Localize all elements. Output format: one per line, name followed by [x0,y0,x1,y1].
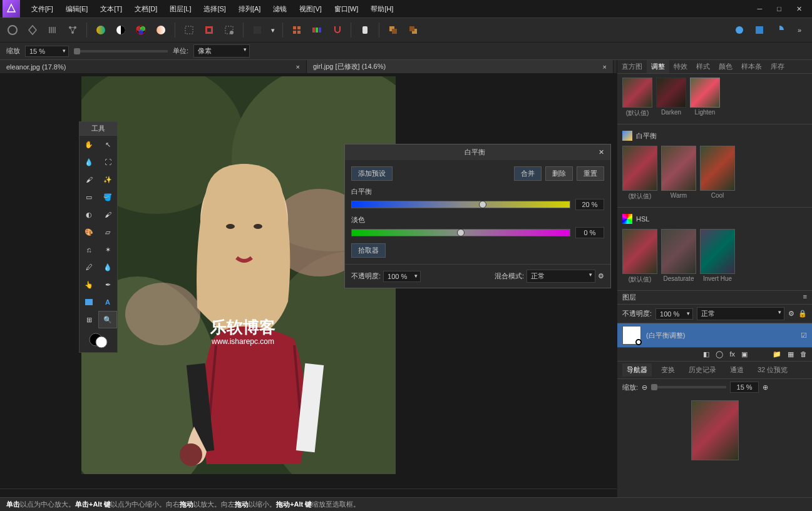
tab-32bit[interactable]: 32 位预览 [753,363,792,377]
layer-visible-checkbox[interactable]: ☑ [801,331,807,340]
gear-icon[interactable]: ⚙ [598,272,604,280]
layer-blend-combo[interactable]: 正常 [697,307,784,320]
hsl-preset-inverthue[interactable]: Invert Hue [700,229,735,284]
minimize-button[interactable]: ─ [750,3,770,15]
zoom-in-icon[interactable]: ⊕ [763,383,768,392]
tab-effects[interactable]: 特效 [669,60,692,73]
crop-tool-icon[interactable]: ⛶ [98,153,117,171]
color-swatch[interactable] [80,328,117,352]
selection-rect-icon[interactable] [180,21,198,39]
menu-edit[interactable]: 编辑[E] [59,2,94,16]
picker-button[interactable]: 拾取器 [351,243,386,258]
add-preset-button[interactable]: 添加预设 [351,166,393,181]
tab-styles[interactable]: 样式 [692,60,714,73]
merge-button[interactable]: 合并 [514,166,542,181]
zoom-out-icon[interactable]: ⊖ [642,383,647,392]
swatches-icon[interactable] [308,21,326,39]
preset-lighten[interactable]: Lighten [690,78,720,118]
delete-button[interactable]: 删除 [545,166,573,181]
zoom-slider[interactable] [74,50,168,53]
persona-liquify-icon[interactable] [24,21,41,39]
menu-document[interactable]: 文档[D] [128,2,163,16]
wb-preset-default[interactable]: (默认值) [622,146,657,201]
shape3-icon[interactable] [771,21,788,39]
wb-slider[interactable] [351,201,570,208]
menu-filter[interactable]: 滤镜 [267,2,293,16]
tab-stock[interactable]: 库存 [766,60,789,73]
smudge-tool-icon[interactable]: 👆 [80,276,98,293]
tab-history[interactable]: 历史记录 [684,363,721,377]
paint-brush-icon[interactable]: 🖌 [98,206,117,223]
move-tool-icon[interactable]: ↖ [98,136,117,153]
tint-slider[interactable] [351,229,570,236]
selection-brush-icon[interactable]: 🖌 [80,171,98,188]
document-tab-2[interactable]: girl.jpg [已修改] (14.6%) × [307,60,614,73]
document-tab-1[interactable]: eleanor.jpg (17.8%) × [0,60,307,73]
lock-icon[interactable]: 🔒 [798,310,807,318]
eyedropper-tool-icon[interactable]: 💧 [80,153,98,171]
wb-preset-warm[interactable]: Warm [661,146,696,201]
auto-wb-icon[interactable] [152,21,170,39]
layer-fx-icon[interactable]: fx [729,350,735,358]
preset-darken[interactable]: Darken [656,78,686,118]
selection-invert-icon[interactable] [200,21,218,39]
selection-refine-icon[interactable] [220,21,238,39]
layer-add-icon[interactable]: ▦ [788,350,794,358]
menu-help[interactable]: 帮助[H] [364,2,399,16]
menu-view[interactable]: 视图[V] [293,2,327,16]
tab-transform[interactable]: 变换 [657,363,679,377]
hsl-preset-desaturate[interactable]: Desaturate [661,229,696,284]
layer-group-icon[interactable]: 📁 [773,350,781,358]
tint-value[interactable]: 0 % [575,227,604,238]
color-replace-icon[interactable]: 🎨 [80,223,98,241]
rectangle-tool-icon[interactable] [80,293,98,311]
layer-opacity-combo[interactable]: 100 % [655,308,693,320]
layer-mask-icon[interactable]: ◯ [716,350,723,358]
grid-icon[interactable] [288,21,306,39]
tab-swatches[interactable]: 样本条 [737,60,766,73]
maximize-button[interactable]: □ [769,3,789,15]
inpaint-tool-icon[interactable]: ✶ [98,241,117,258]
shape1-icon[interactable] [731,21,748,39]
nav-zoom-value[interactable]: 15 % [730,382,759,393]
dropdown-icon[interactable]: ▾ [269,21,277,39]
navigator-thumbnail[interactable] [691,400,739,460]
arrange-front-icon[interactable] [384,21,402,39]
menu-text[interactable]: 文本[T] [94,2,128,16]
dialog-blend-combo[interactable]: 正常 [527,270,595,283]
color-fill-icon[interactable] [249,21,266,39]
close-button[interactable]: ✕ [789,3,809,16]
persona-photo-icon[interactable] [4,21,21,39]
mesh-warp-icon[interactable]: ⊞ [80,311,98,328]
tab-adjustment[interactable]: 调整 [647,60,669,73]
more-icon[interactable]: » [791,21,808,39]
tab-channels[interactable]: 通道 [726,363,748,377]
zoom-combo[interactable]: 15 % [25,46,69,57]
reset-button[interactable]: 重置 [577,166,604,181]
auto-contrast-icon[interactable] [112,21,130,39]
menu-file[interactable]: 文件[F] [25,2,59,16]
preset-default[interactable]: (默认值) [622,78,652,118]
snap-icon[interactable] [328,21,346,39]
close-tab-icon[interactable]: × [603,63,607,71]
tab-color[interactable]: 颜色 [714,60,737,73]
menu-arrange[interactable]: 排列[A] [232,2,267,16]
text-tool-icon[interactable]: A [98,293,117,311]
flood-select-icon[interactable]: ✨ [98,171,117,188]
persona-export-icon[interactable] [64,21,81,39]
marquee-tool-icon[interactable]: ▭ [80,188,98,206]
menu-window[interactable]: 窗口[W] [328,2,365,16]
menu-select[interactable]: 选择[S] [197,2,232,16]
horizontal-scrollbar[interactable] [0,488,617,497]
menu-layer[interactable]: 图层[L] [163,2,197,16]
panel-menu-icon[interactable]: ≡ [803,293,807,302]
erase-tool-icon[interactable]: ▱ [98,223,117,241]
hand-tool-icon[interactable]: ✋ [80,136,98,153]
clone-tool-icon[interactable]: ⎌ [80,241,98,258]
close-tab-icon[interactable]: × [296,63,300,71]
auto-levels-icon[interactable] [92,21,110,39]
layer-crop-icon[interactable]: ▣ [741,350,748,358]
dialog-close-icon[interactable]: ✕ [599,148,604,156]
dialog-opacity-combo[interactable]: 100 % [383,271,421,282]
tab-histogram[interactable]: 直方图 [617,60,647,73]
